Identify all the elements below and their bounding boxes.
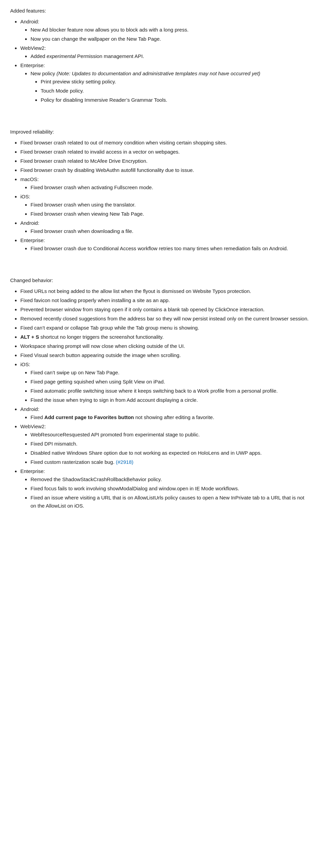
list-item: Fixed custom rasterization scale bug. (#… (31, 458, 309, 466)
item-text: Android: (20, 406, 39, 412)
list-item: Fixed automatic profile switching issue … (31, 387, 309, 395)
list-item: Android: Fixed Add current page to Favor… (20, 405, 309, 421)
sub-list: WebResourceResquested API promoted from … (27, 431, 309, 466)
item-text: Fixed Visual search button appearing out… (20, 352, 181, 358)
item-text: WebView2: (20, 423, 46, 429)
list-item: Fixed browser crash by disabling WebAuth… (20, 166, 309, 174)
issue-link[interactable]: (#2918) (116, 459, 134, 465)
item-text: Fixed browser crash when using the trans… (31, 202, 136, 208)
item-text: Now you can change the wallpaper on the … (31, 36, 161, 42)
section-title-added: Added features: (10, 7, 309, 15)
list-item: iOS: Fixed can’t swipe up on New Tab Pag… (20, 360, 309, 404)
item-text: WebView2: (20, 45, 46, 51)
list-item: Fixed browser crash related to McAfee Dr… (20, 157, 309, 165)
item-text: Fixed browser crash related to out of me… (20, 140, 227, 145)
list-item: WebView2: Added experimental Permission … (20, 44, 309, 60)
list-item: Now you can change the wallpaper on the … (31, 35, 309, 43)
item-text: New policy (Note: Updates to documentati… (31, 71, 260, 76)
added-features-list: Android: New Ad blocker feature now allo… (17, 18, 309, 104)
italic-text: (Note: Updates to documentation and admi… (57, 71, 260, 76)
list-item: Enterprise: New policy (Note: Updates to… (20, 61, 309, 104)
item-text: New Ad blocker feature now allows you to… (31, 27, 188, 33)
item-text: Fixed focus fails to work involving show… (31, 486, 239, 491)
list-item: Fixed DPI mismatch. (31, 440, 309, 448)
item-text: Android: (20, 19, 39, 24)
item-text: ALT + S shortcut no longer triggers the … (20, 334, 164, 340)
list-item: Fixed browser crash related to out of me… (20, 139, 309, 147)
sub-list: New policy (Note: Updates to documentati… (27, 70, 309, 104)
section-improved-reliability: Improved reliability: Fixed browser cras… (10, 128, 309, 253)
sub-list: Added experimental Permission management… (27, 52, 309, 60)
item-text: Fixed Add current page to Favorites butt… (31, 414, 214, 420)
item-text: Fixed URLs not being added to the allow … (20, 288, 251, 294)
sub-list: Fixed browser crash when activating Full… (27, 183, 309, 192)
list-item: Android: Fixed browser crash when downlo… (20, 219, 309, 235)
sub-sub-list: Print preview sticky setting policy. Tou… (37, 78, 309, 104)
list-item: WebView2: WebResourceResquested API prom… (20, 422, 309, 466)
item-text: Prevented browser window from staying op… (20, 307, 264, 312)
list-item: Policy for disabling Immersive Reader’s … (41, 96, 309, 104)
list-item: iOS: Fixed browser crash when using the … (20, 193, 309, 218)
list-item: Fixed favicon not loading properly when … (20, 296, 309, 304)
item-text: Fixed browser crash when activating Full… (31, 184, 153, 190)
italic-text: experimental (47, 53, 76, 59)
sub-list: Fixed browser crash when using the trans… (27, 201, 309, 218)
item-text: Fixed page getting squished when using S… (31, 379, 165, 384)
list-item: Fixed page getting squished when using S… (31, 378, 309, 386)
item-text: Android: (20, 220, 39, 226)
item-text: Fixed the issue when trying to sign in f… (31, 397, 198, 403)
list-item: Disabled native Windows Share option due… (31, 449, 309, 457)
list-item: Fixed browser crash when viewing New Tab… (31, 210, 309, 218)
item-text: Removed the ShadowStackCrashRollbackBeha… (31, 476, 162, 482)
sub-list: Fixed browser crash when downloading a f… (27, 227, 309, 235)
item-text: Fixed browser crash due to Conditional A… (31, 245, 288, 251)
list-item: Enterprise: Fixed browser crash due to C… (20, 236, 309, 253)
section-title-reliability: Improved reliability: (10, 128, 309, 136)
list-item: Fixed the issue when trying to sign in f… (31, 396, 309, 404)
item-text: Fixed can’t swipe up on New Tab Page. (31, 370, 119, 375)
item-text: Fixed DPI mismatch. (31, 441, 77, 447)
sub-list: Removed the ShadowStackCrashRollbackBeha… (27, 475, 309, 510)
item-text: Enterprise: (20, 62, 45, 68)
item-text: Fixed favicon not loading properly when … (20, 297, 170, 303)
item-text: Removed recently closed suggestions from… (20, 316, 308, 321)
item-text: Print preview sticky setting policy. (41, 79, 116, 84)
list-item: Fixed browser crash related to invalid a… (20, 148, 309, 156)
section-added-features: Added features: Android: New Ad blocker … (10, 7, 309, 104)
item-text: iOS: (20, 194, 30, 199)
list-item: Enterprise: Removed the ShadowStackCrash… (20, 467, 309, 510)
list-item: ALT + S shortcut no longer triggers the … (20, 333, 309, 341)
list-item: Fixed an issue where visiting a URL that… (31, 494, 309, 510)
item-text: Disabled native Windows Share option due… (31, 450, 262, 456)
section-title-behavior: Changed behavior: (10, 276, 309, 284)
item-text: iOS: (20, 361, 30, 367)
list-item: Fixed focus fails to work involving show… (31, 485, 309, 493)
item-text: Enterprise: (20, 237, 45, 243)
list-item: Removed recently closed suggestions from… (20, 315, 309, 323)
list-item: Fixed browser crash due to Conditional A… (31, 244, 309, 253)
list-item: Touch Mode policy. (41, 87, 309, 95)
list-item: Fixed Add current page to Favorites butt… (31, 413, 309, 421)
list-item: New Ad blocker feature now allows you to… (31, 26, 309, 34)
item-text: Touch Mode policy. (41, 88, 84, 94)
list-item: Android: New Ad blocker feature now allo… (20, 18, 309, 43)
item-text: Workspace sharing prompt will now close … (20, 343, 185, 349)
list-item: Added experimental Permission management… (31, 52, 309, 60)
list-item: Prevented browser window from staying op… (20, 305, 309, 314)
list-item: Removed the ShadowStackCrashRollbackBeha… (31, 475, 309, 484)
item-text: Fixed can’t expand or collapse Tab group… (20, 325, 199, 331)
reliability-list: Fixed browser crash related to out of me… (17, 139, 309, 253)
list-item: WebResourceResquested API promoted from … (31, 431, 309, 439)
sub-list: New Ad blocker feature now allows you to… (27, 26, 309, 43)
item-text: Fixed an issue where visiting a URL that… (31, 495, 304, 509)
list-item: Workspace sharing prompt will now close … (20, 342, 309, 350)
sub-list: Fixed browser crash due to Conditional A… (27, 244, 309, 253)
list-item: Fixed can’t swipe up on New Tab Page. (31, 369, 309, 377)
list-item: Fixed URLs not being added to the allow … (20, 287, 309, 295)
item-text: Policy for disabling Immersive Reader’s … (41, 97, 167, 103)
item-text: Added experimental Permission management… (31, 53, 144, 59)
item-text: WebResourceResquested API promoted from … (31, 432, 200, 437)
item-text: Fixed browser crash related to McAfee Dr… (20, 158, 147, 164)
behavior-list: Fixed URLs not being added to the allow … (17, 287, 309, 510)
item-text: Fixed custom rasterization scale bug. (#… (31, 459, 133, 465)
